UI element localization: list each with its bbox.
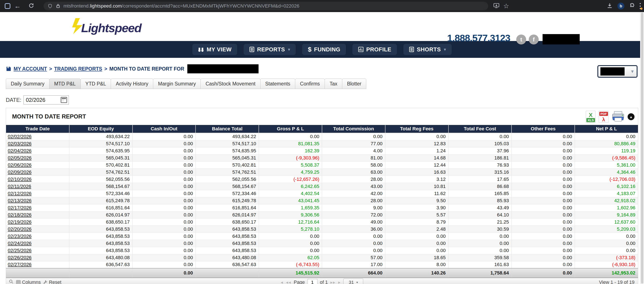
lightspeed-logo[interactable]: Lightspeed — [71, 18, 141, 34]
table-header-row: Trade DateEOD EquityCash In/OutBalance T… — [6, 125, 638, 133]
trade-date-link[interactable]: 02/09/2026 — [8, 170, 32, 175]
column-header[interactable]: EOD Equity — [69, 125, 132, 133]
tab-tax[interactable]: Tax — [324, 78, 342, 89]
breadcrumb-separator: > — [49, 66, 52, 72]
save-disk-icon — [6, 66, 12, 72]
browser-chrome: ← mtsfrontend.lightspeed.com/corresponde… — [0, 0, 644, 12]
nav-shorts[interactable]: SHORTS ▾ — [403, 44, 452, 55]
download-icon[interactable] — [607, 2, 613, 10]
reload-icon[interactable] — [28, 3, 34, 10]
tab-cash-stock-movement[interactable]: Cash/Stock Movement — [200, 78, 260, 89]
address-bar[interactable]: mtsfrontend.lightspeed.com/correspondent… — [44, 2, 488, 10]
twitter-icon[interactable]: t — [516, 34, 526, 44]
first-page-button[interactable]: ◂ — [281, 280, 283, 284]
page-size-select[interactable]: 31 ▾ — [343, 278, 363, 284]
column-header[interactable]: Gross P & L — [259, 125, 322, 133]
total-cell: 140.26 — [385, 268, 448, 278]
extensions-icon[interactable] — [629, 3, 635, 10]
tab-overview-icon[interactable] — [5, 3, 10, 9]
columns-button[interactable]: Columns — [16, 280, 41, 284]
pagination: ◂ ◂◂ Page of 1 ▸▸ ▸ 31 ▾ — [281, 278, 363, 284]
browser-menu-icon[interactable] — [640, 3, 641, 9]
table-row: 02/02/2026493,634.220.00493,634.220.000.… — [6, 133, 638, 140]
export-pdf-icon[interactable]: PDF λ — [599, 111, 608, 123]
nav-reports[interactable]: REPORTS ▾ — [244, 44, 296, 55]
trade-date-link[interactable]: 02/06/2026 — [8, 162, 32, 168]
grid-footer: Columns Reset ◂ ◂◂ Page of 1 ▸▸ ▸ 31 ▾ V… — [6, 278, 638, 284]
trade-date-link[interactable]: 02/04/2026 — [8, 148, 32, 154]
trade-date-link[interactable]: 02/11/2026 — [8, 184, 31, 189]
trade-date-link[interactable]: 02/02/2026 — [8, 134, 32, 139]
trade-date-link[interactable]: 02/03/2026 — [8, 141, 32, 146]
search-icon[interactable] — [9, 279, 14, 284]
tab-margin-summary[interactable]: Margin Summary — [153, 78, 201, 89]
chart-icon — [358, 46, 364, 52]
breadcrumb-row: MY ACCOUNT > TRADING REPORTS > MONTH TO … — [0, 58, 644, 78]
trade-date-link[interactable]: 02/05/2026 — [8, 155, 32, 160]
bookmark-star-icon[interactable]: ☆ — [503, 3, 509, 9]
date-label: DATE: — [6, 97, 21, 103]
account-selector[interactable]: ▼ — [598, 65, 638, 78]
print-icon[interactable] — [612, 111, 624, 122]
tab-confirms[interactable]: Confirms — [295, 78, 325, 89]
trade-date-link[interactable]: 02/24/2026 — [8, 240, 32, 246]
trade-date-link[interactable]: 02/10/2026 — [8, 176, 32, 182]
nav-funding[interactable]: $ FUNDING — [302, 44, 346, 55]
table-total-row: 0.00145,515.92664.00140.261,758.640.0014… — [6, 268, 638, 278]
table-row: 02/23/2026643,858.530.00643,858.530.000.… — [6, 233, 638, 240]
column-header[interactable]: Total Reg Fees — [385, 125, 448, 133]
total-cell: 1,758.64 — [448, 268, 512, 278]
nav-my-view[interactable]: MY VIEW — [192, 44, 237, 55]
tab-blotter[interactable]: Blotter — [342, 78, 366, 89]
next-page-button[interactable]: ▸▸ — [330, 280, 336, 284]
tab-daily-summary[interactable]: Daily Summary — [6, 78, 50, 89]
total-cell: 0.00 — [132, 268, 196, 278]
collapse-panel-icon[interactable]: ▲ — [628, 113, 634, 120]
tab-mtd-p-l[interactable]: MTD P&L — [49, 78, 81, 89]
export-xls-icon[interactable]: X XLS — [586, 111, 596, 123]
prev-page-button[interactable]: ◂◂ — [286, 280, 291, 284]
back-icon[interactable]: ← — [14, 3, 21, 9]
facebook-icon[interactable]: f — [529, 34, 539, 44]
report-list-icon — [249, 46, 254, 52]
page-input[interactable] — [307, 279, 317, 284]
trade-date-link[interactable]: 02/18/2026 — [8, 212, 32, 218]
nav-profile[interactable]: PROFILE — [352, 44, 397, 55]
trade-date-link[interactable]: 02/20/2026 — [8, 226, 32, 232]
breadcrumb-trading-reports[interactable]: TRADING REPORTS — [54, 66, 102, 72]
column-header[interactable]: Balance Total — [196, 125, 259, 133]
trade-date-link[interactable]: 02/27/2026 — [8, 262, 32, 267]
tab-statements[interactable]: Statements — [260, 78, 295, 89]
trade-date-link[interactable]: 02/13/2026 — [8, 198, 32, 203]
trade-date-link[interactable]: 02/19/2026 — [8, 219, 32, 225]
scrollbar-thumb[interactable] — [641, 12, 643, 284]
column-header[interactable]: Trade Date — [6, 125, 69, 133]
page-scrollbar[interactable] — [640, 12, 644, 284]
last-page-button[interactable]: ▸ — [338, 280, 341, 284]
column-header[interactable]: Cash In/Out — [132, 125, 196, 133]
column-header[interactable]: Other Fees — [512, 125, 575, 133]
redacted-account-name — [542, 34, 580, 44]
breadcrumb-my-account[interactable]: MY ACCOUNT — [14, 66, 47, 72]
tab-ytd-p-l[interactable]: YTD P&L — [80, 78, 111, 89]
table-row: 02/27/2026636,547.630.00636,547.63(-6,74… — [6, 261, 638, 268]
breadcrumb: MY ACCOUNT > TRADING REPORTS > MONTH TO … — [6, 64, 258, 73]
trade-date-link[interactable]: 02/12/2026 — [8, 191, 32, 196]
export-toolbar: X XLS PDF λ ▲ — [586, 111, 634, 123]
binoculars-icon — [198, 46, 204, 52]
column-header[interactable]: Total Fee Cost — [448, 125, 512, 133]
trade-date-link[interactable]: 02/17/2026 — [8, 205, 32, 210]
profile-avatar[interactable]: b — [618, 2, 624, 10]
calendar-icon[interactable] — [61, 97, 67, 103]
reset-button[interactable]: Reset — [43, 280, 61, 284]
column-header[interactable]: Net P & L — [575, 125, 638, 133]
chevron-down-icon: ▾ — [444, 47, 446, 52]
install-app-icon[interactable] — [493, 3, 500, 10]
trade-date-link[interactable]: 02/26/2026 — [8, 255, 32, 260]
column-header[interactable]: Total Commission — [322, 125, 385, 133]
trade-date-link[interactable]: 02/23/2026 — [8, 234, 32, 239]
wrench-icon — [43, 280, 48, 284]
tab-activity-history[interactable]: Activity History — [111, 78, 153, 89]
chevron-down-icon: ▾ — [356, 280, 358, 284]
trade-date-link[interactable]: 02/25/2026 — [8, 248, 32, 253]
